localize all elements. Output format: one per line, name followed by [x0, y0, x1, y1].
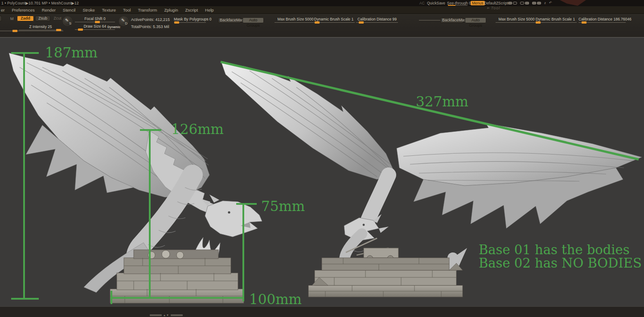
menu-item-tool[interactable]: Tool — [119, 8, 134, 12]
overlapping-cursor-artifact — [554, 0, 586, 6]
titlebar-icon-strip: z ↶ — [508, 1, 552, 5]
menu-item-zplugin[interactable]: Zplugin — [160, 8, 181, 12]
zadd-button[interactable]: Zadd — [17, 16, 34, 21]
note-line-2: Base 02 has NO BODIES — [479, 256, 642, 271]
note-line-1: Base 01 has the bodies — [479, 242, 630, 257]
mouse-cursor: Tool — [487, 6, 500, 10]
zsub-button[interactable]: Zsub — [35, 16, 50, 21]
tray-updown-arrows-icon[interactable]: ▲▼ — [163, 314, 169, 317]
dynamic-brush-scale-slider-2[interactable]: Dynamic Brush Scale 1 — [534, 17, 577, 23]
left-model — [9, 53, 262, 303]
right-model-left-wing — [222, 63, 395, 179]
menu-item-texture[interactable]: Texture — [98, 8, 119, 12]
menu-item-help[interactable]: Help — [201, 8, 217, 12]
dimension-75-label: 75mm — [261, 198, 305, 214]
menu-item-zscript[interactable]: Zscript — [182, 8, 202, 12]
right-model-neck — [367, 175, 389, 222]
cursor-arrow-icon — [487, 7, 490, 10]
dynamic-mode-label[interactable]: Dynamic — [107, 25, 120, 28]
menu-item-clipped[interactable]: er — [0, 8, 8, 12]
z-shortcut-icon[interactable]: z — [544, 1, 546, 5]
ac-label: AC — [419, 1, 425, 5]
menus-button[interactable]: Menus — [471, 1, 485, 5]
document-stats: 1 • PolyCount▶10.701 MP • MeshCount▶12 — [1, 1, 79, 5]
divider-right-icon[interactable] — [520, 2, 529, 4]
total-points-readout: TotalPoints: 5.353 Mil — [131, 24, 169, 29]
menu-item-render[interactable]: Render — [38, 8, 59, 12]
draw-brush-icon[interactable]: ✎D — [119, 17, 128, 25]
menu-item-stroke[interactable]: Stroke — [79, 8, 98, 12]
default-zscript-button[interactable]: DefaultZScript — [484, 1, 508, 5]
calibration-distance-slider-2[interactable]: Calibration Distance 186.76046 — [578, 17, 626, 23]
bottom-tray-bar: ▲▼ — [0, 306, 644, 317]
top-shelf: M Zadd Zsub Zcut Z Intensity 25 ✎S Focal… — [0, 14, 644, 37]
dimension-100-label: 100mm — [249, 291, 302, 307]
tray-bar-right[interactable] — [171, 314, 183, 316]
max-brush-size-slider-1[interactable]: Max Brush Size 5000 — [275, 17, 316, 23]
tray-resize-handle[interactable]: ▲▼ — [150, 314, 183, 317]
zbrush-window: 1 • PolyCount▶10.701 MP • MeshCount▶12 A… — [0, 0, 644, 317]
menu-item-preferences[interactable]: Preferences — [8, 8, 38, 12]
viewport-canvas[interactable]: 187mm 126mm 75mm 327mm 100mm Base 01 has… — [0, 37, 644, 306]
menu-bar: er Preferences Render Stencil Stroke Tex… — [0, 6, 644, 14]
menu-item-stencil[interactable]: Stencil — [59, 8, 79, 12]
auto-groups-button-2[interactable]: Auto Groups — [465, 17, 486, 23]
tray-bar-left[interactable] — [150, 314, 162, 316]
stroke-brush-icon[interactable]: ✎S — [63, 17, 72, 25]
dynamic-brush-scale-slider-1[interactable]: Dynamic Brush Scale 1 — [313, 17, 355, 23]
z-intensity-slider[interactable]: Z Intensity 25 — [19, 24, 62, 30]
clipped-edge-button[interactable] — [0, 16, 2, 21]
dimension-126-label: 126mm — [171, 121, 224, 137]
zcut-button[interactable]: Zcut — [51, 16, 64, 21]
unlabeled-track[interactable] — [419, 20, 440, 20]
divider-left-icon[interactable] — [508, 2, 517, 4]
active-points-readout: ActivePoints: 412,215 — [131, 17, 170, 22]
backface-mask-button-1[interactable]: BackfaceMask — [218, 17, 241, 23]
title-bar: 1 • PolyCount▶10.701 MP • MeshCount▶12 A… — [0, 0, 644, 6]
undo-icon[interactable]: ↶ — [549, 1, 552, 5]
max-brush-size-slider-2[interactable]: Max Brush Size 5000 — [496, 17, 537, 23]
rgb-intensity-track[interactable] — [0, 31, 63, 31]
dimension-187-label: 187mm — [45, 45, 98, 61]
right-model-base — [308, 258, 463, 297]
left-model-head — [201, 195, 262, 237]
menu-item-transform[interactable]: Transform — [134, 8, 160, 12]
viewport-svg: 187mm 126mm 75mm 327mm 100mm Base 01 has… — [0, 38, 644, 307]
focal-shift-slider[interactable]: Focal Shift 0 — [75, 16, 115, 22]
quicksave-button[interactable]: QuickSave — [427, 1, 445, 5]
cursor-tool-label: Tool — [491, 6, 500, 10]
see-through-slider[interactable] — [448, 5, 468, 6]
calibration-distance-slider-1[interactable]: Calibration Distance 99 — [356, 17, 398, 23]
left-model-base — [110, 250, 244, 303]
mask-by-polygroups-slider[interactable]: Mask By Polygroups 0 — [174, 17, 206, 23]
m-mode-label[interactable]: M — [10, 16, 14, 21]
dimension-327-label: 327mm — [416, 93, 468, 110]
copy-doc-icon[interactable] — [532, 2, 541, 4]
auto-groups-button-1[interactable]: Auto Groups — [242, 17, 264, 23]
backface-mask-button-2[interactable]: BackfaceMask — [440, 17, 464, 23]
